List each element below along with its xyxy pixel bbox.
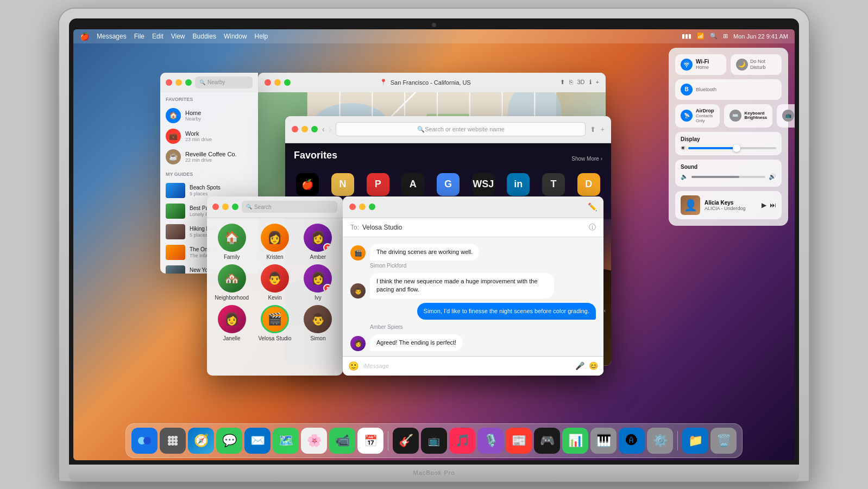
safari-forward-icon[interactable]: › bbox=[329, 125, 332, 134]
search-menubar-icon[interactable]: 🔍 bbox=[710, 33, 718, 40]
apple-logo-icon[interactable]: 🍎 bbox=[80, 32, 89, 41]
maps-fav-work[interactable]: 💼 Work 23 min drive bbox=[166, 126, 253, 147]
contacts-min-btn[interactable] bbox=[222, 204, 229, 210]
emoji2-icon[interactable]: 😊 bbox=[589, 361, 598, 370]
dock-music[interactable]: 🎵 bbox=[449, 428, 475, 454]
dock-numbers[interactable]: 📊 bbox=[562, 428, 588, 454]
close-button[interactable] bbox=[166, 79, 172, 86]
menu-buddies[interactable]: Buddies bbox=[193, 33, 216, 40]
show-more[interactable]: Show More › bbox=[571, 156, 602, 162]
contact-simon[interactable]: 👨 Simon bbox=[299, 305, 337, 341]
info-icon[interactable]: ⓘ bbox=[589, 223, 596, 232]
dock-photos[interactable]: 🌸 bbox=[301, 428, 327, 454]
cc-airplay-tile[interactable]: 📺 AirPlay Display bbox=[777, 104, 795, 128]
msg-min-btn[interactable] bbox=[359, 204, 366, 210]
cc-airdrop-tile[interactable]: 📡 AirDrop Contacts Only bbox=[675, 104, 720, 128]
contact-amber[interactable]: 👩 ♥ Amber bbox=[299, 224, 337, 260]
dock-sysprefs[interactable]: ⚙️ bbox=[647, 428, 673, 454]
one-thumb bbox=[166, 245, 185, 260]
wifi-icon[interactable]: 📶 bbox=[697, 33, 705, 40]
compose-icon[interactable]: ✏️ bbox=[588, 202, 597, 211]
maps-fav-coffee[interactable]: ☕ Reveille Coffee Co. 22 min drive bbox=[166, 147, 253, 167]
contact-family[interactable]: 🏠 Family bbox=[212, 224, 251, 260]
macbook-chin: MacBook Pro bbox=[69, 465, 799, 481]
dock-facetime[interactable]: 📹 bbox=[329, 428, 355, 454]
menu-help[interactable]: Help bbox=[255, 33, 268, 40]
info-icon[interactable]: ℹ bbox=[589, 79, 592, 86]
copy-icon[interactable]: ⎘ bbox=[569, 79, 573, 86]
contacts-search[interactable]: 🔍 Search bbox=[242, 201, 337, 213]
add-icon[interactable]: + bbox=[596, 79, 599, 86]
safari-close-btn[interactable] bbox=[292, 126, 298, 132]
dock-safari[interactable]: 🧭 bbox=[188, 428, 214, 454]
brightness-slider[interactable] bbox=[688, 147, 776, 149]
cc-wifi-tile[interactable]: Wi-Fi Home bbox=[675, 54, 726, 75]
maps-close-btn[interactable] bbox=[265, 79, 271, 86]
menu-view[interactable]: View bbox=[171, 33, 185, 40]
messages-body: To: Velosa Studio ⓘ 🎬 The driving scenes… bbox=[343, 218, 603, 376]
contact-janelle[interactable]: 👩 Janelle bbox=[212, 305, 251, 341]
maps-search-bar[interactable]: 🔍 Nearby bbox=[195, 77, 253, 88]
sender-avatar-4: 👩 bbox=[350, 336, 366, 351]
share-icon[interactable]: ⬆ bbox=[590, 125, 596, 134]
contact-kristen[interactable]: 👩 Kristen bbox=[255, 224, 294, 260]
sound-row: 🔈 🔊 bbox=[681, 173, 776, 180]
safari-back-icon[interactable]: ‹ bbox=[322, 125, 325, 134]
music-controls[interactable]: ▶ ⏭ bbox=[762, 201, 776, 209]
safari-min-btn[interactable] bbox=[301, 126, 308, 132]
contact-velosa[interactable]: 🎬 Velosa Studio bbox=[255, 305, 294, 341]
sender-avatar-1: 🎬 bbox=[350, 245, 366, 261]
cc-music-widget[interactable]: 👤 Alicia Keys ALICIA - Underdog ▶ ⏭ bbox=[675, 191, 782, 219]
contact-kevin[interactable]: 👨 Kevin bbox=[255, 264, 294, 301]
airdrop-text: AirDrop Contacts Only bbox=[696, 109, 714, 124]
dock-arcade[interactable]: 🎮 bbox=[534, 428, 560, 454]
kevin-avatar: 👨 bbox=[261, 264, 289, 293]
dock-trash[interactable]: 🗑️ bbox=[710, 428, 737, 454]
menu-file[interactable]: File bbox=[134, 33, 144, 40]
dock-appletv[interactable]: 📺 bbox=[421, 428, 447, 454]
share-icon[interactable]: ⬆ bbox=[560, 79, 565, 86]
dock-launchpad[interactable] bbox=[160, 428, 186, 454]
play-icon[interactable]: ▶ bbox=[762, 201, 766, 209]
contacts-max-btn[interactable] bbox=[232, 204, 238, 210]
dock-garageband[interactable]: 🎸 bbox=[393, 428, 419, 454]
forward-icon[interactable]: ⏭ bbox=[770, 201, 776, 209]
dock-podcasts[interactable]: 🎙️ bbox=[477, 428, 504, 454]
cc-bluetooth-tile[interactable]: B Bluetooth bbox=[675, 79, 782, 100]
contact-neighborhood[interactable]: 🏘️ Neighborhood bbox=[212, 264, 251, 301]
3d-icon[interactable]: 3D bbox=[577, 79, 585, 86]
maps-max-btn[interactable] bbox=[284, 79, 291, 86]
cc-keyboard-tile[interactable]: ⌨️ Keyboard Brightness bbox=[724, 104, 773, 128]
safari-url-bar[interactable]: 🔍 Search or enter website name bbox=[336, 122, 586, 136]
maps-fav-home[interactable]: 🏠 Home Nearby bbox=[166, 105, 253, 126]
msg-close-btn[interactable] bbox=[349, 204, 356, 210]
cc-dnd-tile[interactable]: 🌙 Do Not Disturb bbox=[731, 54, 782, 75]
msg-input-placeholder[interactable]: iMessage bbox=[363, 363, 571, 369]
mic-icon[interactable]: 🎤 bbox=[575, 361, 584, 370]
sound-slider[interactable] bbox=[691, 176, 765, 178]
dock-news[interactable]: 📰 bbox=[506, 428, 532, 454]
emoji-icon[interactable]: 🙂 bbox=[348, 361, 359, 371]
maximize-button[interactable] bbox=[185, 79, 192, 86]
dock-messages[interactable]: 💬 bbox=[216, 428, 242, 454]
msg-max-btn[interactable] bbox=[369, 204, 375, 210]
dock-mail[interactable]: ✉️ bbox=[244, 428, 271, 454]
dock-finder[interactable] bbox=[131, 428, 158, 454]
maps-min-btn[interactable] bbox=[274, 79, 281, 86]
new-tab-icon[interactable]: + bbox=[600, 125, 605, 134]
menu-messages[interactable]: Messages bbox=[97, 33, 127, 40]
dock-calendar[interactable]: 📅 bbox=[357, 428, 383, 454]
control-center-icon[interactable]: ⊞ bbox=[723, 33, 728, 40]
control-center-panel: Wi-Fi Home 🌙 Do Not Disturb bbox=[669, 48, 788, 226]
dock-instruments[interactable]: 🎹 bbox=[590, 428, 617, 454]
contacts-close-btn[interactable] bbox=[212, 204, 219, 210]
bluetooth-tile-text: Bluetooth bbox=[696, 87, 716, 92]
dock-appstore[interactable]: 🅐 bbox=[619, 428, 645, 454]
menu-window[interactable]: Window bbox=[224, 33, 247, 40]
dock-maps[interactable]: 🗺️ bbox=[273, 428, 299, 454]
contact-ivy[interactable]: 👩 ♥ Ivy bbox=[299, 264, 337, 301]
dock-files[interactable]: 📁 bbox=[682, 428, 708, 454]
safari-max-btn[interactable] bbox=[311, 126, 318, 132]
minimize-button[interactable] bbox=[175, 79, 182, 86]
menu-edit[interactable]: Edit bbox=[152, 33, 163, 40]
